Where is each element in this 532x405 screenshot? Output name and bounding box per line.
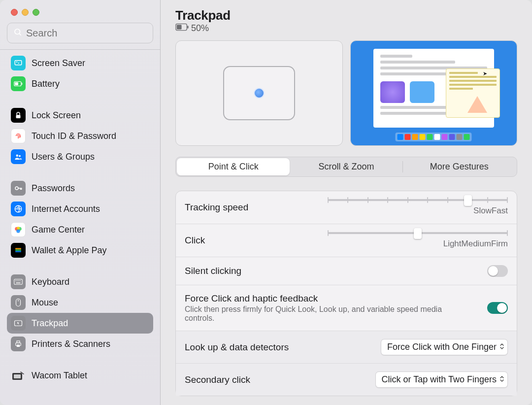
tracking-speed-min: Slow [473,206,492,216]
sidebar-item-label: Printers & Scanners [32,339,110,349]
sidebar-item-label: Touch ID & Password [32,131,116,141]
sidebar-item-keyboard[interactable]: Keyboard [7,271,153,292]
sidebar-item-internet-accounts[interactable]: Internet Accounts [7,199,153,219]
close-window-button[interactable] [11,9,18,16]
tab-scroll-zoom[interactable]: Scroll & Zoom [290,158,402,175]
users-icon [11,149,26,164]
svg-rect-19 [14,279,23,285]
force-click-toggle[interactable] [487,302,508,314]
sidebar-item-touch-id[interactable]: Touch ID & Password [7,126,153,146]
svg-point-15 [17,227,20,230]
printers-icon [11,337,26,351]
chevron-updown-icon [499,342,504,352]
sidebar-item-label: Internet Accounts [32,204,100,214]
silent-clicking-toggle[interactable] [487,265,508,277]
silent-clicking-row: Silent clicking [176,257,517,285]
search-input[interactable] [26,28,151,39]
sidebar-item-trackpad[interactable]: Trackpad [7,313,153,334]
sidebar-item-label: Lock Screen [32,110,81,121]
svg-rect-16 [15,248,21,249]
sidebar-item-passwords[interactable]: Passwords [7,178,153,199]
lock-icon [11,108,26,123]
svg-rect-21 [17,280,18,281]
trackpad-icon [11,316,26,331]
lookup-select[interactable]: Force Click with One Finger [381,339,508,355]
sidebar-item-wallet[interactable]: Wallet & Apple Pay [7,240,153,261]
svg-rect-5 [15,82,18,85]
click-label-option: Firm [491,239,508,249]
svg-point-2 [16,62,17,63]
svg-rect-22 [18,280,19,281]
tab-more-gestures[interactable]: More Gestures [403,158,516,175]
wacom-icon [11,368,26,383]
gamecenter-icon [11,222,26,237]
svg-point-10 [15,187,18,190]
force-click-row: Force Click and haptic feedback Click th… [176,285,517,331]
sidebar-item-lock-screen[interactable]: Lock Screen [7,105,153,126]
lookup-row: Look up & data detectors Force Click wit… [176,331,517,364]
screensaver-icon [11,56,26,70]
svg-rect-30 [17,345,20,347]
sidebar-item-screen-saver[interactable]: Screen Saver [7,53,153,73]
sidebar-item-label: Wallet & Apple Pay [32,245,106,256]
force-click-sub: Click then press firmly for Quick Look, … [185,305,451,323]
svg-point-3 [18,63,19,64]
svg-rect-32 [14,374,21,378]
sidebar-item-mouse[interactable]: Mouse [7,292,153,313]
svg-rect-18 [15,251,21,252]
svg-rect-35 [187,26,188,29]
fullscreen-window-button[interactable] [33,9,39,16]
search-icon [13,28,22,38]
tracking-speed-max: Fast [492,206,508,216]
sidebar-item-wacom[interactable]: Wacom Tablet [7,365,153,386]
sidebar-item-label: Users & Groups [32,152,95,162]
sidebar-item-label: Mouse [32,298,58,308]
svg-point-14 [16,229,20,233]
page-title: Trackpad [175,8,517,23]
minimize-window-button[interactable] [22,9,29,16]
tracking-speed-label: Tracking speed [185,202,248,213]
cursor-icon: ➤ [483,70,487,77]
click-strength-slider[interactable] [328,232,508,234]
main-content: Trackpad 50% [161,0,532,405]
battery-icon [175,23,189,34]
secondary-click-value: Click or Tap with Two Fingers [382,374,497,385]
chevron-updown-icon [499,374,504,385]
secondary-click-select[interactable]: Click or Tap with Two Fingers [375,371,508,388]
force-click-label: Force Click and haptic feedback [185,293,451,304]
secondary-click-label: Secondary click [185,374,250,385]
svg-rect-7 [16,115,21,118]
svg-rect-29 [17,341,20,343]
click-row: Click LightMediumFirm [176,224,517,257]
svg-rect-17 [15,250,21,251]
sidebar-item-battery[interactable]: Battery [7,73,153,94]
svg-rect-20 [15,280,16,281]
tab-point-click[interactable]: Point & Click [177,158,290,175]
svg-rect-24 [16,283,21,284]
sidebar-item-label: Game Center [32,225,85,235]
svg-point-9 [19,155,21,157]
desktop-preview: ➤ [350,40,518,146]
svg-point-8 [16,155,19,157]
sidebar-item-game-center[interactable]: Game Center [7,219,153,240]
secondary-click-row: Secondary click Click or Tap with Two Fi… [176,364,517,396]
mouse-icon [11,295,26,310]
tracking-speed-slider[interactable] [328,199,508,201]
sidebar-item-label: Screen Saver [32,58,85,68]
battery-percent-label: 50% [191,23,209,34]
search-field[interactable] [7,23,153,43]
sidebar-item-users-groups[interactable]: Users & Groups [7,146,153,167]
click-label: Click [185,235,205,246]
sidebar-item-printers[interactable]: Printers & Scanners [7,334,153,354]
sidebar-item-label: Keyboard [32,277,69,287]
battery-status: 50% [175,23,517,34]
internet-icon [11,202,26,216]
sidebar-item-label: Passwords [32,183,75,194]
touchid-icon [11,129,26,143]
svg-rect-23 [20,280,21,281]
tracking-speed-row: Tracking speed Slow Fast [176,191,517,224]
settings-tabs: Point & ClickScroll & ZoomMore Gestures [175,157,517,177]
svg-rect-34 [177,25,182,29]
trackpad-gesture-preview [175,40,343,146]
lookup-label: Look up & data detectors [185,342,289,353]
